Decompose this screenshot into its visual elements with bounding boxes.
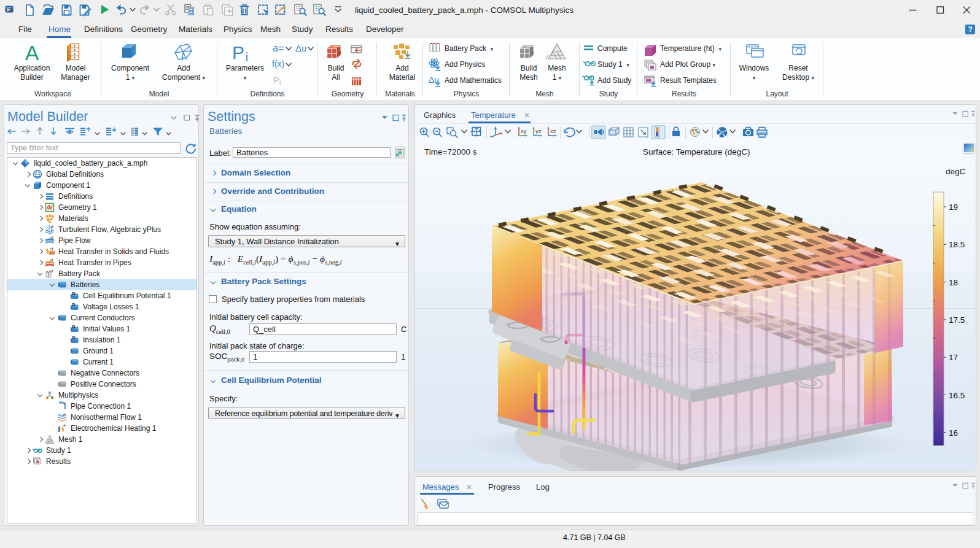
svg-text:yz: yz [535, 128, 542, 134]
svg-text:17.5: 17.5 [949, 315, 965, 325]
svg-text:19: 19 [949, 203, 958, 212]
svg-text:17: 17 [949, 353, 958, 362]
svg-text:xz: xz [550, 128, 556, 134]
svg-text:xy: xy [521, 128, 527, 134]
svg-text:Δu: Δu [295, 43, 306, 53]
svg-text:i: i [246, 50, 248, 64]
svg-text:P: P [273, 75, 279, 85]
svg-text:16: 16 [949, 428, 958, 438]
svg-text:i: i [279, 79, 281, 86]
svg-text:f(x): f(x) [272, 59, 284, 69]
svg-text:P: P [232, 42, 244, 63]
svg-text:16.5: 16.5 [949, 391, 965, 400]
svg-text:A: A [25, 41, 39, 64]
svg-text:18.5: 18.5 [949, 240, 965, 249]
svg-text:a=: a= [273, 43, 284, 53]
svg-text:18: 18 [949, 278, 958, 287]
